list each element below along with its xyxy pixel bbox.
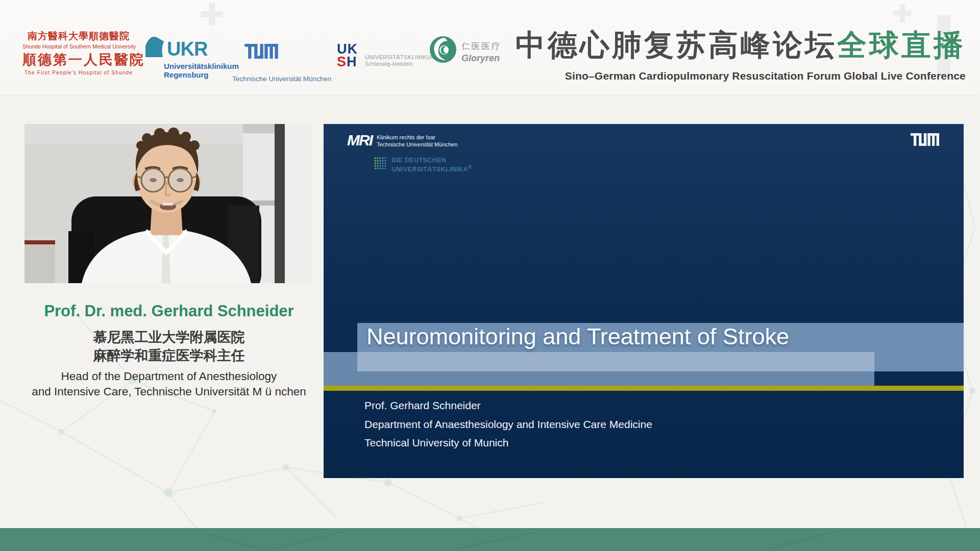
- tum-logo-icon: [244, 44, 339, 61]
- slide-panel: MRI Klinikum rechts der Isar Technische …: [324, 124, 964, 478]
- conference-subtitle: Sino–German Cardiopulmonary Resuscitatio…: [516, 70, 966, 82]
- tum-name: Technische Universität München: [232, 75, 339, 83]
- duk-line1: DIE DEUTSCHEN: [391, 157, 472, 164]
- logo-tum-header: Technische Universität München: [232, 44, 339, 83]
- uksh-abbr-s: S: [337, 54, 347, 69]
- logo-ukr: UKR Universitätsklinikum Regensburg: [144, 34, 239, 79]
- speaker-video: [24, 124, 313, 283]
- duk-logo: DIE DEUTSCHEN UNIVERSITÄTSKLINIKA®: [374, 157, 472, 173]
- conference-title-block: 中德心肺复苏高峰论坛全球直播 Sino–German Cardiopulmona…: [516, 26, 966, 82]
- speaker-affiliation-en-2: and Intensive Care, Technische Universit…: [9, 384, 329, 399]
- duk-dot-grid-icon: [374, 157, 386, 173]
- ukr-abbr: UKR: [167, 39, 207, 59]
- gloryren-swirl-icon: [429, 36, 457, 65]
- speaker-affiliation-zh-1: 慕尼黑工业大学附属医院: [9, 328, 329, 346]
- slide-dept: Department of Anaesthesiology and Intens…: [364, 418, 652, 431]
- mri-line1: Klinikum rechts der Isar: [377, 134, 457, 141]
- slide-band-overlap: [357, 352, 874, 371]
- uksh-abbr-h: H: [347, 54, 357, 69]
- speaker-info: Prof. Dr. med. Gerhard Schneider 慕尼黑工业大学…: [9, 302, 329, 399]
- uksh-name-line1: UNIVERSITÄTSKLINIKUM: [365, 54, 435, 61]
- duk-line2: UNIVERSITÄTSKLINIKA: [391, 166, 468, 173]
- mri-logo: MRI Klinikum rechts der Isar Technische …: [347, 132, 457, 148]
- conference-title-live: 全球直播: [837, 28, 966, 62]
- speaker-portrait: [24, 124, 313, 283]
- shunde-alt-name-en: The First People's Hospital of Shunde: [22, 70, 135, 76]
- gloryren-name-zh: 仁医医疗: [461, 40, 501, 52]
- header-bar: 南方醫科大學順德醫院 Shunde Hospital of Southern M…: [0, 0, 980, 95]
- speaker-affiliation-zh-2: 麻醉学和重症医学科主任: [9, 346, 329, 365]
- gloryren-name-en: Gloryren: [461, 53, 501, 64]
- shunde-name-zh: 南方醫科大學順德醫院: [22, 30, 135, 43]
- bottom-bar-pattern: [0, 528, 980, 551]
- slide-university: Technical University of Munich: [364, 437, 508, 449]
- speaker-affiliation-en-1: Head of the Department of Anesthesiology: [9, 369, 329, 384]
- duk-registered-mark: ®: [468, 164, 472, 170]
- ukr-name-line2: Regensburg: [164, 70, 239, 79]
- mri-line2: Technische Universität München: [377, 141, 457, 148]
- logo-uksh: UK SH UNIVERSITÄTSKLINIKUM Schleswig-Hol…: [337, 43, 435, 68]
- slide-tum-logo-icon: [911, 133, 939, 148]
- slide-author: Prof. Gerhard Schneider: [364, 399, 481, 412]
- uksh-name-line2: Schleswig-Holstein: [365, 61, 435, 67]
- slide-title: Neuromonitoring and Treatment of Stroke: [366, 323, 789, 350]
- bottom-bar: [0, 528, 980, 551]
- shunde-alt-name-zh: 順德第一人民醫院: [22, 51, 135, 69]
- speaker-name: Prof. Dr. med. Gerhard Schneider: [9, 302, 329, 320]
- mri-wordmark: MRI: [347, 132, 372, 148]
- live-stream-frame: 南方醫科大學順德醫院 Shunde Hospital of Southern M…: [0, 0, 980, 551]
- ukr-wave-icon: [144, 34, 166, 59]
- slide-divider-yellow: [324, 386, 964, 391]
- shunde-name-en: Shunde Hospital of Southern Medical Univ…: [22, 43, 135, 49]
- conference-title-zh: 中德心肺复苏高峰论坛: [516, 28, 837, 62]
- logo-shunde-hospital: 南方醫科大學順德醫院 Shunde Hospital of Southern M…: [22, 30, 135, 76]
- logo-gloryren: 仁医医疗 Gloryren: [429, 36, 501, 65]
- ukr-name-line1: Universitätsklinikum: [164, 62, 239, 70]
